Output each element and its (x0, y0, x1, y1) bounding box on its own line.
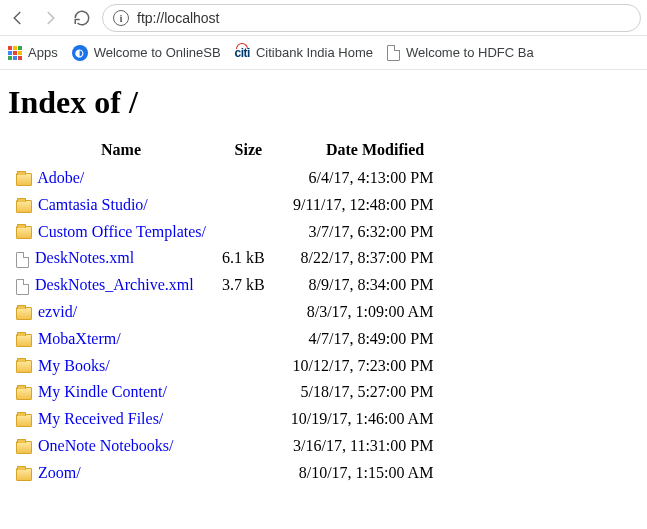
folder-icon (16, 414, 32, 427)
file-icon (16, 252, 29, 268)
entry-link[interactable]: Camtasia Studio/ (38, 196, 148, 213)
folder-icon (16, 441, 32, 454)
entry-size: 6.1 kB (214, 245, 283, 272)
entry-date: 4/7/17, 8:49:00 PM (283, 326, 438, 353)
entry-link[interactable]: My Received Files/ (38, 410, 163, 427)
bookmark-sbi[interactable]: ◐ Welcome to OnlineSB (72, 45, 221, 61)
bookmark-label: Citibank India Home (256, 45, 373, 60)
folder-icon (16, 173, 32, 186)
directory-listing: Name Size Date Modified Adobe/6/4/17, 4:… (8, 139, 437, 487)
table-row: My Received Files/10/19/17, 1:46:00 AM (8, 406, 437, 433)
reload-button[interactable] (70, 6, 94, 30)
folder-icon (16, 360, 32, 373)
citi-icon: citi (235, 46, 250, 60)
forward-button[interactable] (38, 6, 62, 30)
apps-icon (8, 46, 22, 60)
table-row: DeskNotes_Archive.xml3.7 kB8/9/17, 8:34:… (8, 272, 437, 299)
entry-date: 5/18/17, 5:27:00 PM (283, 379, 438, 406)
table-row: Camtasia Studio/9/11/17, 12:48:00 PM (8, 192, 437, 219)
table-row: Adobe/6/4/17, 4:13:00 PM (8, 165, 437, 192)
folder-icon (16, 200, 32, 213)
page-title: Index of / (8, 84, 639, 121)
bookmark-citi[interactable]: citi Citibank India Home (235, 45, 373, 60)
entry-date: 8/22/17, 8:37:00 PM (283, 245, 438, 272)
file-icon (16, 279, 29, 295)
table-row: ezvid/8/3/17, 1:09:00 AM (8, 299, 437, 326)
folder-icon (16, 468, 32, 481)
entry-link[interactable]: My Books/ (38, 357, 110, 374)
site-info-icon[interactable]: i (113, 10, 129, 26)
entry-size (214, 433, 283, 460)
address-bar[interactable]: i ftp://localhost (102, 4, 641, 32)
entry-link[interactable]: Zoom/ (38, 464, 81, 481)
entry-size (214, 219, 283, 246)
entry-link[interactable]: DeskNotes.xml (35, 249, 134, 266)
entry-size (214, 379, 283, 406)
bookmark-label: Welcome to OnlineSB (94, 45, 221, 60)
table-row: DeskNotes.xml6.1 kB8/22/17, 8:37:00 PM (8, 245, 437, 272)
url-text: ftp://localhost (137, 10, 220, 26)
entry-link[interactable]: MobaXterm/ (38, 330, 121, 347)
entry-date: 3/16/17, 11:31:00 PM (283, 433, 438, 460)
table-row: OneNote Notebooks/3/16/17, 11:31:00 PM (8, 433, 437, 460)
entry-size (214, 326, 283, 353)
folder-icon (16, 226, 32, 239)
col-size: Size (214, 139, 283, 165)
entry-link[interactable]: OneNote Notebooks/ (38, 437, 174, 454)
entry-size (214, 192, 283, 219)
bookmark-label: Apps (28, 45, 58, 60)
entry-size: 3.7 kB (214, 272, 283, 299)
col-name: Name (8, 139, 214, 165)
table-row: Zoom/8/10/17, 1:15:00 AM (8, 460, 437, 487)
entry-link[interactable]: DeskNotes_Archive.xml (35, 276, 194, 293)
browser-toolbar: i ftp://localhost (0, 0, 647, 36)
entry-date: 8/3/17, 1:09:00 AM (283, 299, 438, 326)
entry-date: 3/7/17, 6:32:00 PM (283, 219, 438, 246)
entry-date: 9/11/17, 12:48:00 PM (283, 192, 438, 219)
entry-link[interactable]: ezvid/ (38, 303, 77, 320)
entry-date: 10/19/17, 1:46:00 AM (283, 406, 438, 433)
folder-icon (16, 334, 32, 347)
entry-date: 8/10/17, 1:15:00 AM (283, 460, 438, 487)
table-row: My Books/10/12/17, 7:23:00 PM (8, 353, 437, 380)
sbi-icon: ◐ (72, 45, 88, 61)
page-content: Index of / Name Size Date Modified Adobe… (0, 70, 647, 507)
folder-icon (16, 387, 32, 400)
entry-link[interactable]: My Kindle Content/ (38, 383, 167, 400)
bookmark-label: Welcome to HDFC Ba (406, 45, 534, 60)
entry-date: 6/4/17, 4:13:00 PM (283, 165, 438, 192)
col-date: Date Modified (283, 139, 438, 165)
table-row: Custom Office Templates/3/7/17, 6:32:00 … (8, 219, 437, 246)
table-row: My Kindle Content/5/18/17, 5:27:00 PM (8, 379, 437, 406)
page-icon (387, 45, 400, 61)
bookmark-hdfc[interactable]: Welcome to HDFC Ba (387, 45, 534, 61)
entry-size (214, 165, 283, 192)
entry-link[interactable]: Custom Office Templates/ (38, 223, 206, 240)
entry-link[interactable]: Adobe/ (37, 169, 84, 186)
bookmark-apps[interactable]: Apps (8, 45, 58, 60)
entry-size (214, 406, 283, 433)
bookmarks-bar: Apps ◐ Welcome to OnlineSB citi Citibank… (0, 36, 647, 70)
entry-date: 10/12/17, 7:23:00 PM (283, 353, 438, 380)
folder-icon (16, 307, 32, 320)
table-row: MobaXterm/4/7/17, 8:49:00 PM (8, 326, 437, 353)
entry-date: 8/9/17, 8:34:00 PM (283, 272, 438, 299)
entry-size (214, 353, 283, 380)
entry-size (214, 460, 283, 487)
entry-size (214, 299, 283, 326)
back-button[interactable] (6, 6, 30, 30)
